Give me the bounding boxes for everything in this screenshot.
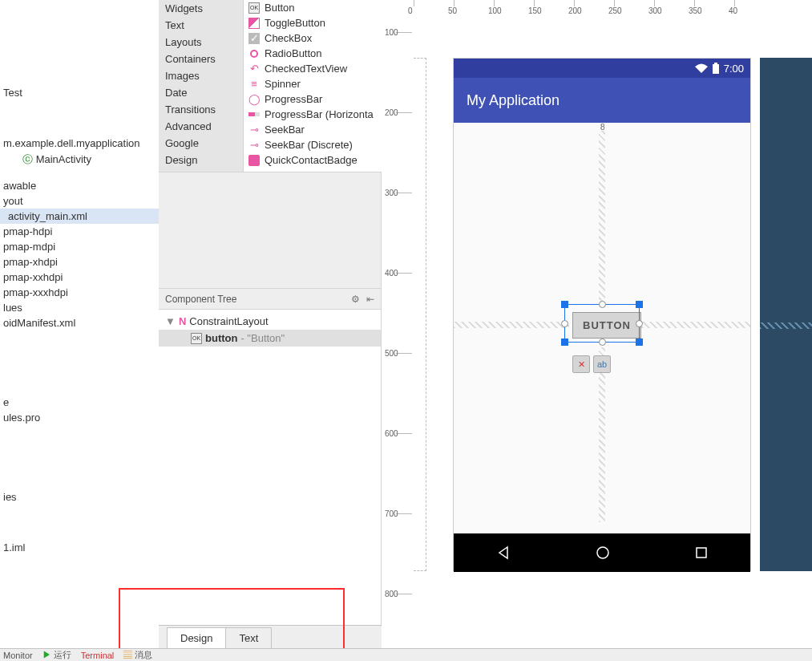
tree-item[interactable]: 1.iml (0, 540, 159, 555)
palette-widget[interactable]: ⊸SeekBar (Discrete) (244, 137, 400, 152)
baseline-button[interactable]: ab (593, 355, 611, 373)
layout-icon: N (179, 315, 186, 327)
palette-cat[interactable]: Layouts (159, 34, 243, 51)
palette-widget[interactable]: ◯ProgressBar (244, 91, 400, 107)
palette-widget[interactable]: RadioButton (244, 46, 400, 61)
palette-cat[interactable]: Images (159, 67, 243, 84)
palette-cat[interactable]: Containers (159, 51, 243, 67)
messages-tab[interactable]: ▤ 消息 (123, 649, 152, 661)
tree-item[interactable]: oidManifest.xml (0, 315, 159, 330)
app-bar: My Application (454, 78, 750, 123)
tree-item[interactable]: pmap-xhdpi (0, 254, 159, 270)
seek-discrete-icon: ⊸ (248, 140, 260, 151)
tree-item[interactable]: pmap-hdpi (0, 224, 159, 239)
tree-item[interactable]: pmap-xxxhdpi (0, 285, 159, 300)
tree-item[interactable]: e (0, 395, 159, 410)
recents-icon[interactable] (695, 546, 708, 559)
check-icon: ✓ (248, 33, 260, 44)
palette-cat[interactable]: Widgets (159, 0, 243, 17)
tab-text[interactable]: Text (225, 627, 272, 648)
tree-node-button[interactable]: OK button - "Button" (159, 330, 381, 347)
chevron-down-icon: ▼ (165, 315, 176, 327)
palette-widget[interactable]: ≡Spinner (244, 76, 400, 91)
blueprint-preview[interactable] (760, 58, 812, 571)
svg-point-2 (597, 547, 608, 558)
collapse-icon[interactable]: ⇤ (366, 294, 374, 305)
component-tree-panel: Component Tree ⚙ ⇤ ▼ N ConstraintLayout … (159, 289, 382, 634)
toggle-icon (248, 18, 260, 29)
palette-cat[interactable]: Google (159, 135, 243, 152)
tree-item-activity-main[interactable]: activity_main.xml (0, 209, 159, 224)
tree-item[interactable]: pmap-mdpi (0, 239, 159, 254)
preview-gap (159, 172, 382, 289)
content-area[interactable]: 8 8 BUTTON ✕ ab (454, 123, 750, 533)
palette-cat[interactable]: Date (159, 84, 243, 101)
component-tree-header: Component Tree ⚙ ⇤ (159, 289, 381, 310)
tree-item[interactable]: pmap-xxhdpi (0, 270, 159, 285)
palette-widget[interactable]: ✓CheckBox (244, 30, 400, 46)
ok-icon: OK (248, 2, 260, 14)
ok-icon: OK (191, 333, 202, 344)
status-bar: 7:00 (454, 59, 750, 78)
design-surface: 05010015020025030035040 1002003004005006… (382, 0, 812, 648)
tree-item[interactable]: lues (0, 300, 159, 315)
bottom-tool-bar: Monitor ▶ 运行 Terminal ▤ 消息 (0, 648, 812, 661)
tree-item[interactable]: yout (0, 193, 159, 209)
selection-outline (564, 304, 640, 343)
wifi-icon (695, 63, 708, 73)
palette-widget-list: OKButton ToggleButton ✓CheckBox RadioBut… (244, 0, 400, 172)
palette-widget[interactable]: OKButton (244, 0, 400, 15)
app-title: My Application (467, 92, 560, 109)
svg-rect-1 (714, 63, 717, 64)
editor-tabs: Design Text (159, 625, 382, 648)
tree-item[interactable]: ⓒ MainActivity (0, 151, 159, 168)
tree-item[interactable]: m.example.dell.myapplication (0, 136, 159, 151)
terminal-tab[interactable]: Terminal (81, 651, 115, 660)
battery-icon (713, 63, 719, 74)
seek-icon: ⊸ (248, 124, 260, 136)
vertical-ruler: 100200300400500600700800 (396, 32, 412, 661)
tree-item[interactable]: ules.pro (0, 410, 159, 425)
palette-widget[interactable]: ↶CheckedTextView (244, 61, 400, 76)
palette-cat[interactable]: Advanced (159, 118, 243, 135)
palette-widget[interactable]: ⊸SeekBar (244, 122, 400, 137)
device-preview[interactable]: 7:00 My Application 8 8 BUTTON (453, 58, 751, 571)
progress-h-icon (248, 112, 260, 116)
tree-item[interactable]: ies (0, 489, 159, 505)
palette-widget[interactable]: ProgressBar (Horizonta (244, 107, 400, 122)
progress-icon: ◯ (248, 94, 260, 105)
horizontal-ruler: 05010015020025030035040 (414, 0, 812, 16)
gear-icon[interactable]: ⚙ (351, 294, 360, 305)
run-tab[interactable]: ▶ 运行 (42, 649, 71, 661)
project-tree-panel: Test m.example.dell.myapplication ⓒ Main… (0, 0, 159, 650)
spinner-icon: ≡ (248, 79, 260, 90)
palette-widget[interactable]: ToggleButton (244, 15, 400, 30)
status-time: 7:00 (724, 63, 744, 75)
palette-panel: Widgets Text Layouts Containers Images D… (159, 0, 400, 172)
tree-node-constraintlayout[interactable]: ▼ N ConstraintLayout (159, 313, 381, 330)
nav-bar (454, 533, 750, 572)
checked-text-icon: ↶ (248, 63, 260, 75)
remove-constraints-button[interactable]: ✕ (572, 355, 590, 373)
tree-item[interactable]: awable (0, 178, 159, 193)
palette-categories: Widgets Text Layouts Containers Images D… (159, 0, 244, 172)
radio-icon (248, 48, 260, 59)
svg-rect-0 (713, 64, 719, 74)
badge-icon (248, 155, 260, 166)
home-icon[interactable] (596, 545, 610, 560)
tab-design[interactable]: Design (167, 627, 226, 648)
tree-item[interactable]: Test (0, 85, 159, 100)
svg-rect-3 (697, 548, 706, 558)
palette-cat[interactable]: Text (159, 17, 243, 34)
monitor-tab[interactable]: Monitor (3, 651, 33, 660)
palette-widget[interactable]: QuickContactBadge (244, 152, 400, 168)
palette-cat[interactable]: Transitions (159, 101, 243, 118)
palette-cat[interactable]: Design (159, 152, 243, 168)
back-icon[interactable] (496, 545, 511, 560)
